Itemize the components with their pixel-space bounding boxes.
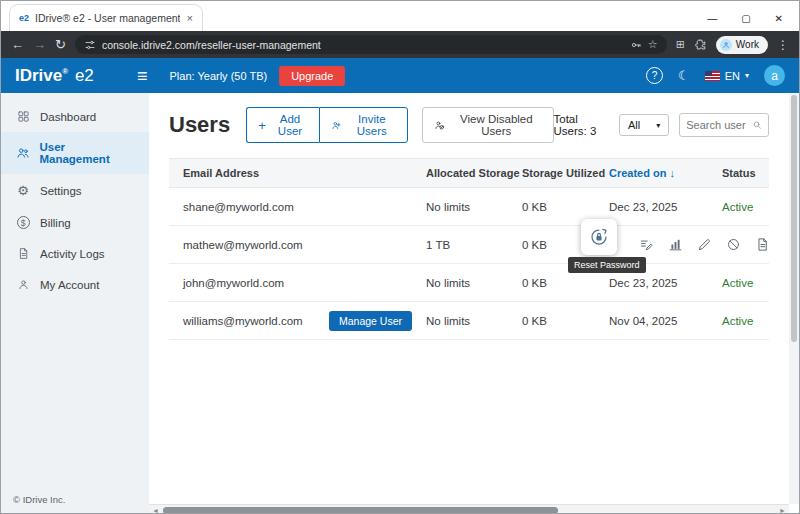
action-icons-row	[639, 237, 770, 252]
view-disabled-label: View Disabled Users	[451, 113, 541, 137]
horizontal-scroll-thumb[interactable]	[163, 507, 558, 514]
extensions-icon[interactable]	[694, 38, 707, 51]
window-minimize-button[interactable]: —	[707, 13, 717, 24]
invite-users-button[interactable]: Invite Users	[319, 107, 408, 143]
reset-password-button[interactable]	[581, 219, 617, 255]
browser-menu-icon[interactable]: ⋮	[777, 38, 789, 52]
created-on: Nov 04, 2025	[609, 315, 722, 327]
logs-icon[interactable]	[755, 237, 770, 252]
sidebar-item-user-management[interactable]: User Management	[1, 132, 149, 174]
billing-icon: $	[15, 216, 31, 229]
add-user-label: Add User	[272, 113, 308, 137]
back-button[interactable]: ←	[11, 38, 24, 51]
invite-users-label: Invite Users	[348, 113, 396, 137]
column-header-utilized: Storage Utilized	[522, 159, 609, 187]
disabled-user-icon	[434, 119, 445, 132]
language-selector[interactable]: EN ▾	[705, 70, 749, 82]
window-close-button[interactable]: ✕	[775, 13, 783, 24]
browser-toolbar: ← → ↻ console.idrive2.com/reseller-user-…	[1, 31, 799, 58]
status-badge: Active	[722, 277, 769, 289]
window-controls: — ▢ ✕	[707, 13, 799, 31]
scroll-left-icon[interactable]: ◄	[152, 507, 159, 514]
url-text[interactable]: console.idrive2.com/reseller-user-manage…	[102, 39, 624, 51]
bookmark-star-icon[interactable]: ☆	[648, 38, 658, 51]
filter-value: All	[628, 119, 640, 131]
users-table: Email Address Allocated Storage Storage …	[169, 158, 769, 340]
search-input[interactable]	[686, 119, 751, 131]
user-email: shane@myworld.com	[183, 201, 294, 213]
user-email: john@myworld.com	[183, 277, 284, 289]
created-on: Dec 23, 2025	[609, 277, 722, 289]
column-header-email: Email Address	[169, 159, 426, 187]
sidebar-item-label: Billing	[40, 217, 71, 229]
page-body: Dashboard User Management ⚙ Settings $ B…	[1, 93, 799, 514]
search-icon[interactable]	[752, 119, 762, 131]
tab-close-icon[interactable]: ×	[186, 12, 192, 24]
plus-icon: +	[258, 119, 266, 132]
hamburger-menu-icon[interactable]: ≡	[137, 67, 148, 85]
help-icon[interactable]: ?	[646, 67, 663, 84]
edit-icon[interactable]	[697, 237, 712, 252]
invite-user-icon	[331, 119, 341, 132]
logo-e2-text: e2	[75, 66, 94, 85]
sidebar-item-activity-logs[interactable]: Activity Logs	[1, 238, 149, 269]
upgrade-button[interactable]: Upgrade	[279, 66, 345, 86]
users-icon	[15, 146, 30, 160]
table-row[interactable]: shane@myworld.com No limits 0 KB Dec 23,…	[169, 188, 769, 226]
password-key-icon[interactable]	[630, 39, 642, 51]
url-bar[interactable]: console.idrive2.com/reseller-user-manage…	[75, 35, 667, 54]
manage-user-button[interactable]: Manage User	[329, 311, 412, 331]
browser-tab[interactable]: e2 IDrive® e2 - User management ×	[9, 4, 203, 31]
copyright-label: © IDrive Inc.	[1, 484, 149, 514]
chevron-down-icon: ▾	[656, 121, 660, 130]
browser-profile-chip[interactable]: Work	[716, 36, 768, 54]
edit-note-icon[interactable]	[639, 237, 654, 252]
sidebar-item-my-account[interactable]: My Account	[1, 269, 149, 300]
sidebar-item-label: Dashboard	[40, 111, 96, 123]
reload-button[interactable]: ↻	[55, 38, 66, 51]
column-header-created-sort[interactable]: Created on ↓	[609, 159, 722, 187]
reset-password-tooltip: Reset Password	[568, 257, 646, 273]
stats-icon[interactable]	[668, 237, 683, 252]
main-content: Users + Add User Invite Users View Disab…	[149, 93, 799, 514]
allocated-storage: No limits	[426, 277, 522, 289]
split-view-icon[interactable]: ⊞	[676, 38, 685, 51]
scroll-right-icon[interactable]: ►	[779, 507, 786, 514]
sidebar-item-dashboard[interactable]: Dashboard	[1, 101, 149, 132]
us-flag-icon	[705, 71, 720, 81]
logs-icon	[15, 247, 31, 260]
plan-label: Plan: Yearly (50 TB)	[170, 70, 268, 82]
horizontal-scrollbar[interactable]: ◄ ►	[149, 504, 789, 514]
site-settings-icon[interactable]	[84, 39, 96, 51]
profile-label: Work	[736, 39, 759, 50]
window-maximize-button[interactable]: ▢	[741, 13, 750, 24]
vertical-scrollbar[interactable]	[789, 93, 799, 504]
forward-button[interactable]: →	[33, 38, 46, 51]
disable-icon[interactable]	[726, 237, 741, 252]
add-user-button[interactable]: + Add User	[246, 107, 319, 143]
tab-strip: e2 IDrive® e2 - User management × — ▢ ✕	[1, 1, 799, 31]
dark-mode-icon[interactable]: ☾	[678, 68, 690, 83]
logo-reg-mark: ®	[62, 67, 68, 76]
browser-window: e2 IDrive® e2 - User management × — ▢ ✕ …	[0, 0, 800, 514]
table-row[interactable]: mathew@myworld.com 1 TB 0 KB Rese	[169, 226, 769, 264]
page-title: Users	[169, 112, 230, 138]
gear-icon: ⚙	[15, 183, 31, 198]
profile-avatar-icon	[720, 39, 732, 51]
logo-text: IDrive	[15, 66, 62, 85]
account-avatar[interactable]: a	[764, 65, 785, 86]
tab-title: IDrive® e2 - User management	[35, 12, 180, 24]
user-filter-select[interactable]: All ▾	[619, 114, 669, 136]
sort-desc-icon: ↓	[670, 167, 676, 179]
view-disabled-users-button[interactable]: View Disabled Users	[422, 107, 553, 143]
user-email: mathew@myworld.com	[183, 239, 303, 251]
table-row[interactable]: williams@myworld.com Manage User No limi…	[169, 302, 769, 340]
sidebar-item-billing[interactable]: $ Billing	[1, 207, 149, 238]
vertical-scroll-thumb[interactable]	[791, 95, 797, 342]
sidebar-item-label: User Management	[39, 141, 135, 165]
sidebar-item-label: My Account	[40, 279, 99, 291]
search-box	[679, 113, 769, 137]
sidebar-item-settings[interactable]: ⚙ Settings	[1, 174, 149, 207]
table-row[interactable]: john@myworld.com No limits 0 KB Dec 23, …	[169, 264, 769, 302]
idrive-e2-logo: IDrive® e2	[15, 66, 137, 86]
